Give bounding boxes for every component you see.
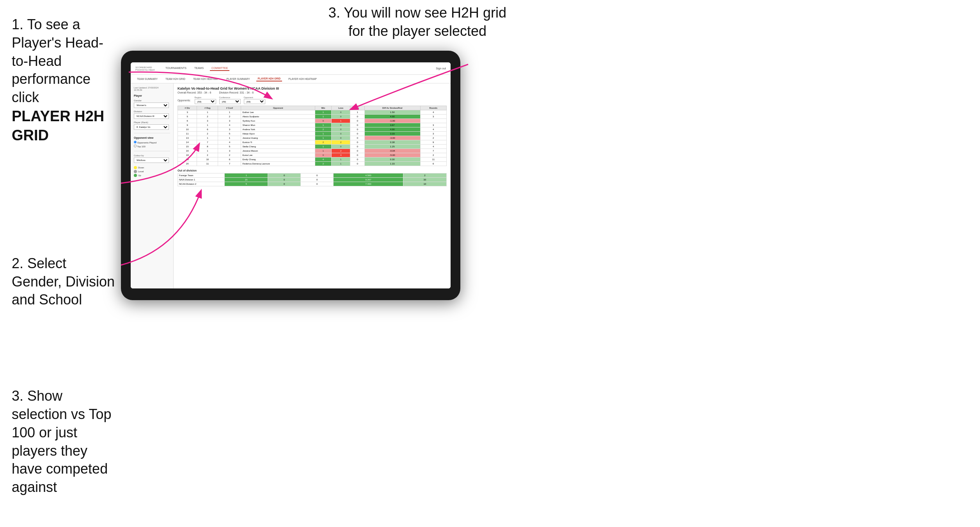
conference-filter: Conference (All) [219, 96, 241, 104]
player-rank-select[interactable]: 8. Katelyn Vo [134, 124, 169, 130]
cell-loss: 4 [331, 153, 350, 157]
table-row: 9 1 4 Sharon Mun 1 0 0 3.67 3 [178, 123, 447, 127]
colour-by-label: Colour by [134, 154, 170, 157]
ood-table-row: Foreign Team 1 0 0 4.500 2 [178, 173, 447, 178]
cell-diff: 4.00 [364, 127, 420, 132]
app-logo: SCOREBOARD Powered by clippd [135, 66, 154, 71]
cell-diff: 4.00 [364, 115, 420, 119]
cell-div: 9 [178, 123, 197, 127]
ood-rounds: 30 [403, 178, 446, 182]
instruction-1: 1. To see a Player's Head-to-Head perfor… [12, 16, 117, 145]
cell-win: 1 [315, 145, 332, 149]
col-win: Win [315, 106, 332, 110]
division-select[interactable]: NCAA Division III [134, 113, 169, 119]
radio-opponents-played[interactable]: Opponents Played [134, 141, 170, 144]
cell-rounds: 4 [420, 127, 446, 132]
cell-rounds: 2 [420, 153, 446, 157]
cell-opponent: Federica Domecq Lacroze [241, 162, 315, 166]
sub-nav-player-heatmap[interactable]: PLAYER H2H HEATMAP [287, 77, 318, 81]
cell-win: 1 [315, 115, 332, 119]
cell-conf: 3 [218, 119, 241, 123]
gender-select[interactable]: Women's [134, 103, 169, 108]
sidebar: Last Updated: 27/03/2024 16:55:39 Player… [131, 83, 174, 288]
cell-div: 5 [178, 115, 197, 119]
cell-win: 2 [315, 162, 332, 166]
col-div: # Div [178, 106, 197, 110]
cell-win: 0 [315, 119, 332, 123]
cell-diff: 1.33 [364, 162, 420, 166]
nav-teams[interactable]: TEAMS [193, 66, 205, 71]
cell-div: 14 [178, 140, 197, 145]
table-row: 6 3 3 Sydney Kuo 0 1 0 -1.00 [178, 119, 447, 123]
opponent-view-label: Opponent view [134, 136, 170, 139]
cell-opponent: Alexis Sudjianto [241, 115, 315, 119]
cell-reg: 1 [197, 110, 218, 115]
ood-loss: 0 [268, 178, 301, 182]
instruction-3-text: 3. Show selection vs Top 100 or just pla… [12, 387, 117, 497]
cell-diff: 3.67 [364, 123, 420, 127]
legend-level-dot [134, 170, 137, 173]
col-opponent: Opponent [241, 106, 315, 110]
opponent-radio-group: Opponents Played Top 100 [134, 141, 170, 148]
cell-rounds: 4 [420, 110, 446, 115]
region-select[interactable]: (All) [195, 99, 216, 104]
cell-diff: -0.94 [364, 149, 420, 153]
overall-record: Overall Record: 353 - 34 - 6 [178, 91, 211, 94]
cell-loss: 0 [331, 123, 350, 127]
table-row: 10 6 3 Andrea York 2 0 0 4.00 4 [178, 127, 447, 132]
colour-by-select[interactable]: Win/loss [134, 157, 169, 163]
cell-win: 0 [315, 153, 332, 157]
nav-tournaments[interactable]: TOURNAMENTS [164, 66, 188, 71]
instructions-left: 1. To see a Player's Head-to-Head perfor… [0, 8, 129, 516]
cell-conf: 4 [218, 140, 241, 145]
cell-tie: 0 [350, 149, 364, 153]
ood-win: 1 [225, 173, 268, 178]
ood-tie: 0 [301, 178, 334, 182]
cell-reg: 8 [197, 145, 218, 149]
conference-label: Conference [219, 96, 241, 99]
cell-div: 6 [178, 119, 197, 123]
col-diff: Diff Av Strokes/Rnd [364, 106, 420, 110]
gender-label: Gender [134, 99, 170, 102]
nav-committee[interactable]: COMMITTEE [210, 66, 229, 71]
cell-rounds: 7 [420, 149, 446, 153]
cell-rounds: 9 [420, 140, 446, 145]
cell-reg: 6 [197, 127, 218, 132]
content-area: Katelyn Vo Head-to-Head Grid for Women's… [174, 83, 451, 288]
cell-rounds: 4 [420, 145, 446, 149]
radio-top100[interactable]: Top 100 [134, 145, 170, 148]
ood-table-row: NCAA Division 2 5 0 0 7.400 10 [178, 182, 447, 186]
cell-loss: 0 [331, 132, 350, 136]
cell-rounds: 3 [420, 132, 446, 136]
cell-div: 13 [178, 136, 197, 140]
cell-opponent: Andrea York [241, 127, 315, 132]
legend-down: Down [134, 166, 170, 169]
cell-rounds: 3 [420, 115, 446, 119]
cell-win: 1 [315, 136, 332, 140]
cell-tie: 0 [350, 127, 364, 132]
content-subtitle: Overall Record: 353 - 34 - 6 Division Re… [178, 91, 447, 94]
ood-table-row: NAIA Division 1 15 0 0 9.267 30 [178, 178, 447, 182]
conference-select[interactable]: (All) [219, 99, 241, 104]
table-row: 16 1 3 Jessica Mason 1 2 0 -0.94 7 [178, 149, 447, 153]
legend-up-label: Up [138, 174, 141, 177]
sub-nav-player-h2h[interactable]: PLAYER H2H GRID [256, 76, 282, 81]
main-content: Last Updated: 27/03/2024 16:55:39 Player… [131, 83, 451, 288]
cell-conf: 1 [218, 136, 241, 140]
ood-tie: 0 [301, 182, 334, 186]
col-rounds: Rounds [420, 106, 446, 110]
division-record: Division Record: 331 - 34 - 6 [219, 91, 254, 94]
cell-reg: 2 [197, 132, 218, 136]
cell-loss: 2 [331, 149, 350, 153]
opponent-select[interactable]: (All) [244, 99, 265, 104]
sub-nav-team-h2h[interactable]: TEAM H2H GRID [164, 77, 187, 81]
nav-sign-out[interactable]: Sign out [436, 67, 446, 70]
sub-nav-player-summary[interactable]: PLAYER SUMMARY [225, 77, 252, 81]
legend-down-label: Down [138, 166, 144, 169]
cell-win: 1 [315, 123, 332, 127]
cell-loss: 0 [331, 127, 350, 132]
cell-div: 10 [178, 127, 197, 132]
sub-nav-team-heatmap[interactable]: TEAM H2H HEATMAP [192, 77, 220, 81]
cell-diff: 1.50 [364, 110, 420, 115]
sub-nav-team-summary[interactable]: TEAM SUMMARY [135, 77, 159, 81]
